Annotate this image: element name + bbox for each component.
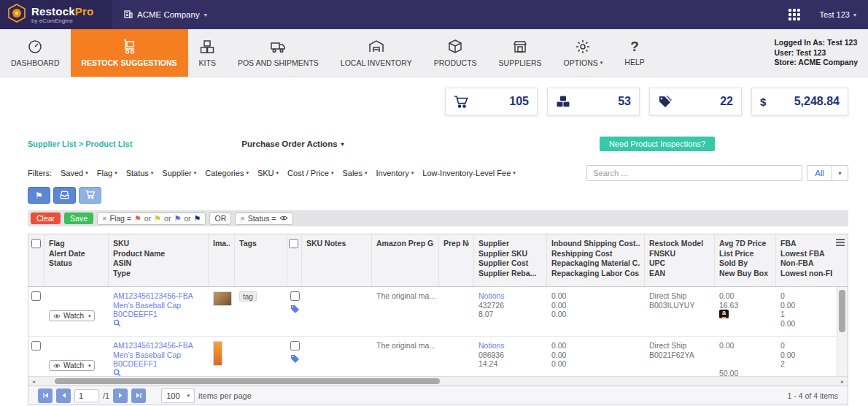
horizontal-scrollbar-thumb[interactable] [55,378,440,384]
product-name-link[interactable]: Men's Baseball Cap [113,351,204,360]
apps-grid-icon[interactable] [788,9,800,20]
supplier-sku: 432726 [478,301,543,310]
asin-link[interactable]: B0CDEEFF1 [113,310,204,319]
flag-filter-chip[interactable]: × Flag = ⚑ or ⚑ or ⚑ or ⚑ [97,212,206,225]
horizontal-scrollbar[interactable]: ◂ ▸ [28,376,848,386]
stat-tags[interactable]: 22 [649,88,742,115]
supplier-link[interactable]: Notions [478,291,543,301]
column-header-tags[interactable]: Tags [235,234,287,286]
need-product-inspections-button[interactable]: Need Product Inspections? [600,137,715,151]
tag-icon[interactable] [290,354,299,364]
search-input[interactable] [586,165,802,181]
nav-kits[interactable]: KITS [188,29,227,77]
column-header-sku[interactable]: SKU Product Name ASIN Type [109,234,209,286]
stat-units[interactable]: 53 [547,88,640,115]
row-checkbox[interactable] [31,291,41,301]
column-header-restock-model[interactable]: Restock Model FNSKU UPC EAN [645,234,715,286]
sku-link[interactable]: AM123456123456-FBA [113,291,204,301]
column-header-flag[interactable]: Flag Alert Date Status [44,234,109,286]
remove-filter-icon[interactable]: × [102,215,106,223]
filter-saved[interactable]: Saved▾ [61,169,88,177]
status-filter-chip[interactable]: × Status = [235,212,292,225]
filter-status[interactable]: Status▾ [126,169,154,177]
filter-low-inventory-level-fee[interactable]: Low-Inventory-Level Fee▾ [422,169,516,177]
column-header-fba[interactable]: FBA Lowest FBA Non-FBA Lowest non-FB... [776,234,837,286]
nav-suppliers[interactable]: SUPPLIERS [488,29,553,77]
filter-sku[interactable]: SKU▾ [257,169,279,177]
previous-page-button[interactable] [56,388,71,403]
table-body: Watch ▾ AM123456123456-FBA Men's Basebal… [28,287,848,376]
nav-products[interactable]: PRODUCTS [423,29,488,77]
search-product-icon[interactable] [113,369,121,377]
column-header-image[interactable]: Ima... [209,234,235,286]
scroll-right-icon[interactable]: ▸ [837,377,848,386]
tag-icon[interactable] [290,304,299,315]
column-header-prep-notes[interactable]: Prep Not... [439,234,474,286]
inbox-view-button[interactable] [53,187,76,204]
tag-chip[interactable]: tag [239,291,257,302]
nav-options[interactable]: OPTIONS ▾ [553,29,614,77]
column-header-amazon-prep[interactable]: Amazon Prep G... [372,234,439,286]
company-selector[interactable]: ACME Company ▾ [124,9,207,20]
caret-down-icon: ▾ [187,393,190,399]
navy-flag-icon: ⚑ [194,215,201,223]
nav-help[interactable]: ? HELP [613,29,655,77]
stat-orders[interactable]: 105 [445,88,538,115]
product-name-link[interactable]: Men's Baseball Cap [113,301,204,310]
asin-link[interactable]: B0CDEEFF1 [113,359,204,369]
column-header-inbound-costs[interactable]: Inbound Shipping Cost... Reshipping Cost… [547,234,645,286]
filter-flag[interactable]: Flag▾ [97,169,117,177]
stat-total[interactable]: $ 5,248.84 [751,88,848,115]
nav-restock-suggestions[interactable]: RESTOCK SUGGESTIONS [71,29,188,77]
restockpro-logo[interactable]: RestockPro by eComEngine [0,0,112,29]
row-tag-checkbox[interactable] [290,341,300,351]
breadcrumb[interactable]: Supplier List > Product List [28,139,132,148]
flag-view-button[interactable]: ⚑ [28,187,50,204]
column-header-supplier[interactable]: Supplier Supplier SKU Supplier Cost Supp… [474,234,547,286]
help-icon: ? [630,39,639,54]
product-image[interactable] [213,291,232,306]
purchase-order-actions-menu[interactable]: Purchase Order Actions ▾ [241,139,344,148]
filter-inventory[interactable]: Inventory▾ [376,169,414,177]
scroll-left-icon[interactable]: ◂ [28,377,39,386]
vertical-scrollbar[interactable] [837,287,848,376]
column-header-price[interactable]: Avg 7D Price List Price Sold By New Buy … [715,234,776,286]
clear-filters-button[interactable]: Clear [31,212,61,224]
nav-dashboard[interactable]: DASHBOARD [0,29,71,77]
row-tag-checkbox[interactable] [290,291,300,301]
column-header-sku-notes[interactable]: SKU Notes [302,234,372,286]
status-select[interactable]: Watch ▾ [49,360,95,371]
items-per-page-select[interactable]: 100 ▾ [161,388,195,403]
last-page-button[interactable] [131,388,146,403]
row-checkbox[interactable] [31,341,41,351]
filter-sales[interactable]: Sales▾ [342,169,367,177]
filter-categories[interactable]: Categories▾ [205,169,249,177]
supplier-link[interactable]: Notions [478,341,543,351]
save-filters-button[interactable]: Save [64,212,93,224]
nav-local-inventory[interactable]: LOCAL INVENTORY [330,29,423,77]
truck-icon [270,39,286,55]
caret-down-icon: ▾ [151,170,154,176]
select-all-tags-checkbox[interactable] [289,239,298,248]
vertical-scrollbar-thumb[interactable] [839,290,845,332]
first-page-button[interactable] [38,388,53,403]
user-menu[interactable]: Test 123 ▾ [819,10,856,19]
restockpro-app: RestockPro by eComEngine ACME Company ▾ … [0,0,868,406]
or-operator-chip[interactable]: OR [209,212,231,225]
remove-filter-icon[interactable]: × [240,215,244,223]
restockpro-logo-icon [7,4,26,26]
nav-pos-and-shipments[interactable]: POS AND SHIPMENTS [227,29,330,77]
sku-link[interactable]: AM123456123456-FBA [113,341,204,351]
cart-view-button[interactable] [79,187,101,204]
search-scope-dropdown[interactable]: All ▾ [807,165,848,181]
nav-label: POS AND SHIPMENTS [238,58,319,67]
filter-supplier[interactable]: Supplier▾ [162,169,196,177]
search-product-icon[interactable] [113,320,121,329]
status-select[interactable]: Watch ▾ [49,310,95,321]
filter-cost-price[interactable]: Cost / Price▾ [287,169,333,177]
product-image[interactable] [213,341,222,366]
next-page-button[interactable] [113,388,128,403]
page-number-input[interactable] [74,389,99,402]
select-all-checkbox[interactable] [31,239,41,248]
column-menu-icon[interactable] [836,239,845,246]
